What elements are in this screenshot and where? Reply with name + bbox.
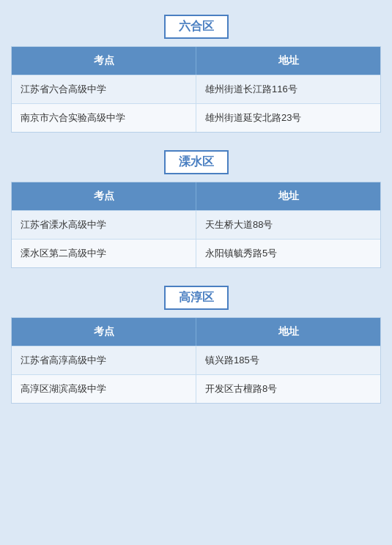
row-col2-gaochun-0: 镇兴路185号 [196, 346, 380, 374]
section-title-wrapper-liuhe: 六合区 [164, 15, 229, 39]
row-col1-lishui-0: 江苏省溧水高级中学 [12, 211, 196, 239]
table-row: 溧水区第二高级中学永阳镇毓秀路5号 [12, 239, 380, 267]
table-header-liuhe: 考点地址 [12, 47, 380, 75]
section-title-gaochun: 高淳区 [164, 286, 229, 310]
header-col2-liuhe: 地址 [196, 47, 380, 75]
header-col2-gaochun: 地址 [196, 318, 380, 346]
table-row: 江苏省溧水高级中学天生桥大道88号 [12, 210, 380, 239]
page-wrapper: 六合区考点地址江苏省六合高级中学雄州街道长江路116号南京市六合实验高级中学雄州… [0, 0, 392, 418]
header-col2-lishui: 地址 [196, 182, 380, 210]
table-liuhe: 考点地址江苏省六合高级中学雄州街道长江路116号南京市六合实验高级中学雄州街道延… [11, 46, 381, 133]
row-col2-liuhe-0: 雄州街道长江路116号 [196, 75, 380, 103]
header-col1-liuhe: 考点 [12, 47, 196, 75]
section-liuhe: 六合区考点地址江苏省六合高级中学雄州街道长江路116号南京市六合实验高级中学雄州… [11, 15, 381, 133]
section-title-wrapper-gaochun: 高淳区 [164, 286, 229, 310]
row-col1-lishui-1: 溧水区第二高级中学 [12, 240, 196, 267]
row-col2-liuhe-1: 雄州街道延安北路23号 [196, 104, 380, 132]
row-col2-gaochun-1: 开发区古檀路8号 [196, 375, 380, 403]
table-lishui: 考点地址江苏省溧水高级中学天生桥大道88号溧水区第二高级中学永阳镇毓秀路5号 [11, 182, 381, 268]
table-header-lishui: 考点地址 [12, 182, 380, 210]
row-col1-gaochun-0: 江苏省高淳高级中学 [12, 346, 196, 374]
table-row: 高淳区湖滨高级中学开发区古檀路8号 [12, 374, 380, 403]
table-row: 南京市六合实验高级中学雄州街道延安北路23号 [12, 103, 380, 132]
row-col2-lishui-0: 天生桥大道88号 [196, 211, 380, 239]
header-col1-gaochun: 考点 [12, 318, 196, 346]
row-col1-liuhe-0: 江苏省六合高级中学 [12, 75, 196, 103]
section-gaochun: 高淳区考点地址江苏省高淳高级中学镇兴路185号高淳区湖滨高级中学开发区古檀路8号 [11, 286, 381, 404]
table-row: 江苏省六合高级中学雄州街道长江路116号 [12, 75, 380, 103]
row-col1-gaochun-1: 高淳区湖滨高级中学 [12, 375, 196, 403]
row-col1-liuhe-1: 南京市六合实验高级中学 [12, 104, 196, 132]
table-row: 江苏省高淳高级中学镇兴路185号 [12, 346, 380, 374]
table-gaochun: 考点地址江苏省高淳高级中学镇兴路185号高淳区湖滨高级中学开发区古檀路8号 [11, 317, 381, 404]
header-col1-lishui: 考点 [12, 182, 196, 210]
row-col2-lishui-1: 永阳镇毓秀路5号 [196, 240, 380, 267]
section-title-lishui: 溧水区 [164, 150, 229, 174]
section-title-wrapper-lishui: 溧水区 [164, 150, 229, 174]
section-title-liuhe: 六合区 [164, 15, 229, 39]
section-lishui: 溧水区考点地址江苏省溧水高级中学天生桥大道88号溧水区第二高级中学永阳镇毓秀路5… [11, 150, 381, 268]
table-header-gaochun: 考点地址 [12, 318, 380, 346]
